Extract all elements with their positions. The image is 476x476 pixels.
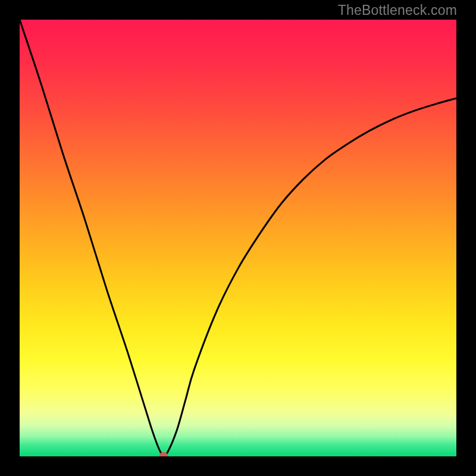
optimal-point-marker — [159, 452, 168, 456]
chart-frame: TheBottleneck.com — [0, 0, 476, 476]
plot-area — [20, 20, 456, 456]
bottleneck-curve — [20, 20, 456, 456]
watermark-text: TheBottleneck.com — [338, 2, 457, 18]
